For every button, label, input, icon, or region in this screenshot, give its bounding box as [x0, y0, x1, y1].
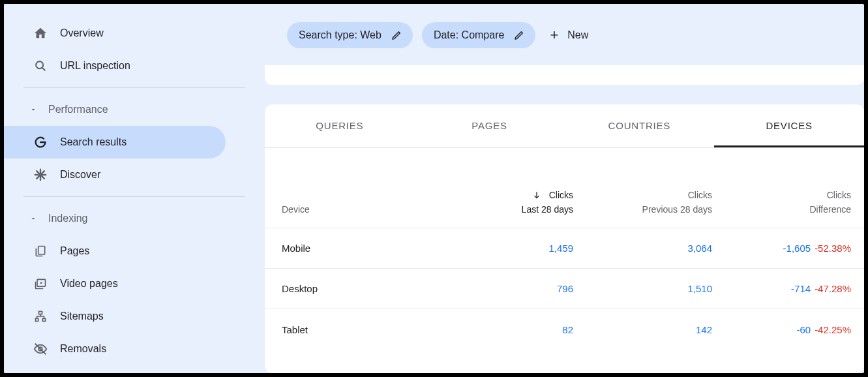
sidebar-item-sitemaps[interactable]: Sitemaps — [4, 300, 265, 333]
sidebar-item-label: Discover — [60, 169, 100, 181]
sidebar-item-label: Sitemaps — [60, 310, 104, 322]
svg-rect-10 — [42, 318, 45, 321]
cell-diff: -714-47.28% — [725, 283, 864, 294]
chip-label: Date: Compare — [434, 29, 505, 41]
sidebar-item-label: URL inspection — [60, 60, 130, 72]
header-clicks-difference[interactable]: Clicks Difference — [725, 190, 864, 215]
sidebar-item-label: Pages — [60, 245, 89, 257]
sidebar-section-label: Indexing — [48, 213, 88, 224]
tab-pages[interactable]: PAGES — [415, 104, 565, 147]
filter-chip-date[interactable]: Date: Compare — [422, 22, 536, 48]
sidebar-item-discover[interactable]: Discover — [4, 158, 265, 191]
pencil-icon — [513, 29, 525, 41]
asterisk-icon — [33, 167, 48, 183]
cell-device: Desktop — [265, 283, 447, 294]
cell-diff: -1,605-52.38% — [725, 243, 864, 254]
header-device[interactable]: Device — [265, 190, 447, 215]
cell-previous: 3,064 — [586, 243, 725, 254]
sidebar-section-label: Performance — [48, 104, 108, 115]
eye-off-icon — [33, 341, 48, 357]
sidebar-item-pages[interactable]: Pages — [4, 235, 265, 267]
table-header: Device Clicks Last 28 days Clicks Previo… — [265, 148, 864, 228]
sidebar-item-overview[interactable]: Overview — [4, 17, 265, 50]
cell-device: Mobile — [265, 243, 447, 254]
chip-label: Search type: Web — [299, 29, 382, 41]
svg-point-0 — [36, 61, 43, 68]
add-filter-button[interactable]: + New — [550, 27, 588, 44]
google-g-icon — [33, 134, 48, 150]
cell-current: 82 — [447, 324, 586, 335]
sidebar-item-label: Overview — [60, 27, 104, 39]
svg-line-1 — [42, 68, 46, 71]
cell-previous: 1,510 — [586, 283, 725, 294]
new-label: New — [567, 29, 588, 41]
header-clicks-previous[interactable]: Clicks Previous 28 days — [586, 190, 725, 215]
svg-rect-9 — [36, 318, 38, 321]
pages-icon — [33, 243, 48, 259]
svg-rect-6 — [38, 247, 45, 255]
divider — [23, 196, 245, 197]
table-row[interactable]: Desktop 796 1,510 -714-47.28% — [265, 269, 864, 309]
table-row[interactable]: Tablet 82 142 -60-42.25% — [265, 309, 864, 350]
divider — [23, 87, 245, 88]
devices-card: QUERIES PAGES COUNTRIES DEVICES Device C… — [265, 104, 864, 373]
collapsed-card — [265, 65, 864, 85]
sidebar-item-video-pages[interactable]: Video pages — [4, 267, 265, 300]
table-row[interactable]: Mobile 1,459 3,064 -1,605-52.38% — [265, 228, 864, 269]
sidebar-item-label: Search results — [60, 136, 127, 148]
filter-bar: Search type: Web Date: Compare + New — [265, 4, 864, 65]
sidebar-section-indexing[interactable]: Indexing — [4, 202, 265, 235]
arrow-down-icon — [532, 190, 541, 200]
tab-bar: QUERIES PAGES COUNTRIES DEVICES — [265, 104, 864, 148]
cell-device: Tablet — [265, 324, 447, 335]
video-pages-icon — [33, 276, 48, 292]
plus-icon: + — [550, 27, 558, 44]
tab-countries[interactable]: COUNTRIES — [565, 104, 715, 147]
svg-rect-8 — [39, 312, 42, 314]
sidebar-item-url-inspection[interactable]: URL inspection — [4, 50, 265, 82]
sidebar-item-removals[interactable]: Removals — [4, 333, 265, 365]
tab-devices[interactable]: DEVICES — [714, 104, 864, 147]
search-icon — [33, 58, 48, 74]
filter-chip-search-type[interactable]: Search type: Web — [287, 22, 413, 48]
sidebar-item-label: Removals — [60, 343, 106, 355]
main-content: Search type: Web Date: Compare + New QUE… — [265, 4, 864, 373]
sitemaps-icon — [33, 309, 48, 324]
cell-current: 1,459 — [447, 243, 586, 254]
chevron-down-icon — [29, 105, 38, 114]
cell-previous: 142 — [586, 324, 725, 335]
header-clicks-current[interactable]: Clicks Last 28 days — [447, 190, 586, 215]
chevron-down-icon — [29, 214, 38, 223]
home-icon — [33, 25, 48, 41]
tab-queries[interactable]: QUERIES — [265, 104, 415, 147]
pencil-icon — [391, 29, 402, 41]
sidebar-section-performance[interactable]: Performance — [4, 93, 265, 126]
cell-current: 796 — [447, 283, 586, 294]
sidebar: Overview URL inspection Performance Sear… — [4, 4, 265, 373]
cell-diff: -60-42.25% — [725, 324, 864, 335]
sidebar-item-search-results[interactable]: Search results — [4, 126, 226, 158]
sidebar-item-label: Video pages — [60, 278, 118, 290]
